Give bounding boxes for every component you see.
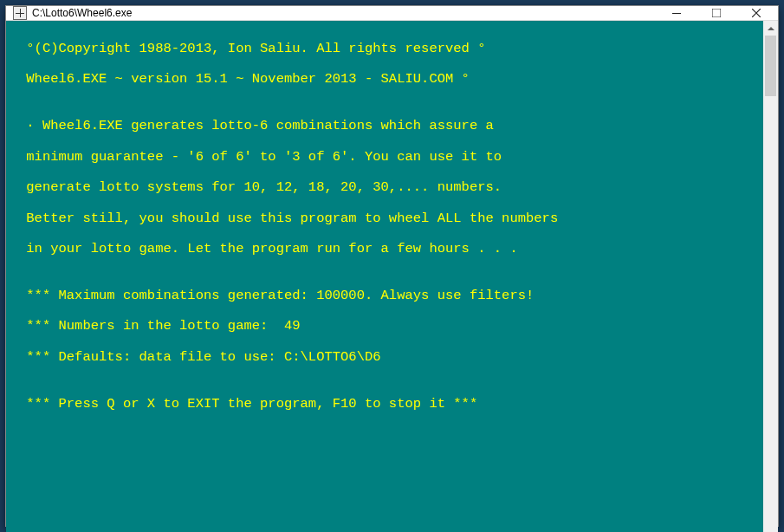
scroll-up-button[interactable] xyxy=(763,21,778,36)
chevron-up-icon xyxy=(768,25,774,32)
maximize-button[interactable] xyxy=(697,6,736,20)
console-line: *** Maximum combinations generated: 1000… xyxy=(18,289,755,304)
window-buttons xyxy=(657,6,776,20)
blank-line xyxy=(18,458,755,474)
app-icon xyxy=(13,6,27,20)
close-icon xyxy=(752,9,761,17)
client-area: °(C)Copyright 1988-2013, Ion Saliu. All … xyxy=(6,21,778,532)
maximize-icon xyxy=(712,9,721,17)
blank-line xyxy=(18,520,755,532)
console-line: Wheel6.EXE ~ version 15.1 ~ November 201… xyxy=(18,72,755,88)
console-line: in your lotto game. Let the program run … xyxy=(18,242,755,257)
console-output[interactable]: °(C)Copyright 1988-2013, Ion Saliu. All … xyxy=(6,21,763,532)
console-line: Better still, you should use this progra… xyxy=(18,211,755,227)
minimize-icon xyxy=(672,9,681,17)
console-line: °(C)Copyright 1988-2013, Ion Saliu. All … xyxy=(18,42,755,57)
vertical-scrollbar[interactable] xyxy=(763,21,778,532)
console-line: generate lotto systems for 10, 12, 18, 2… xyxy=(18,180,755,196)
close-button[interactable] xyxy=(736,6,776,20)
minimize-button[interactable] xyxy=(657,6,697,20)
svg-rect-1 xyxy=(712,9,721,17)
blank-line xyxy=(18,489,755,504)
console-line: · Wheel6.EXE generates lotto-6 combinati… xyxy=(18,119,755,134)
window-title: C:\Lotto6\Wheel6.exe xyxy=(32,7,657,19)
scrollbar-thumb[interactable] xyxy=(765,36,776,96)
console-line: minimum guarantee - '6 of 6' to '3 of 6'… xyxy=(18,150,755,165)
svg-rect-0 xyxy=(672,13,681,14)
blank-line xyxy=(18,427,755,443)
scrollbar-track[interactable] xyxy=(763,36,778,532)
app-window: C:\Lotto6\Wheel6.exe °(C)Copyright 1988-… xyxy=(5,5,779,527)
console-line: *** Press Q or X to EXIT the program, F1… xyxy=(18,397,755,412)
titlebar[interactable]: C:\Lotto6\Wheel6.exe xyxy=(6,6,778,21)
console-line: *** Defaults: data file to use: C:\LOTTO… xyxy=(18,350,755,366)
console-line: *** Numbers in the lotto game: 49 xyxy=(18,319,755,334)
